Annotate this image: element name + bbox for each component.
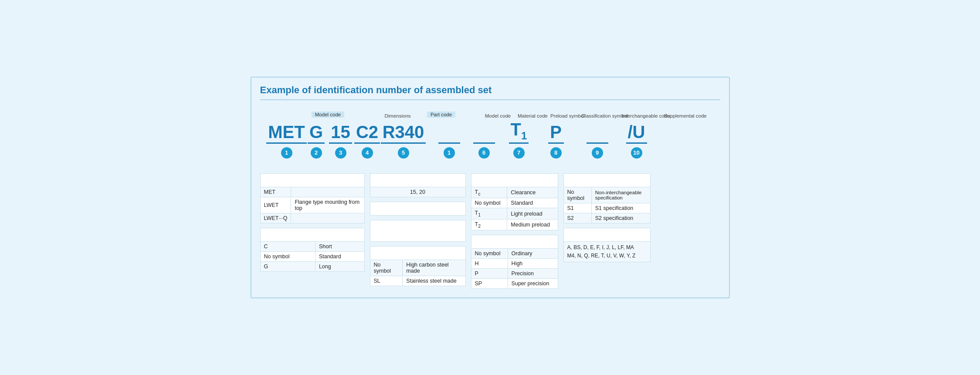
model-lwetq: LWET···Q: [260, 213, 291, 223]
acc-sp-desc: Super precision: [508, 279, 558, 289]
preload-tc: Tc: [471, 187, 507, 198]
table-size: ③ Size 15, 20: [370, 173, 466, 197]
inter-s2: S2: [563, 213, 591, 223]
col-right2: ⑨ Interchangeable No symbol Non-intercha…: [563, 173, 651, 262]
acc-nosymbol: No symbol: [471, 249, 508, 259]
preload-tc-desc: Clearance: [507, 187, 558, 198]
table-row: 15, 20: [370, 187, 465, 197]
slide-c: C: [260, 241, 315, 251]
table-special: ⑩ Special specification A, BS, D, E, F, …: [563, 228, 651, 262]
table-row: C Short: [260, 241, 364, 251]
code-blank2: 6: [467, 124, 502, 159]
mat-nosymbol-desc: High carbon steel made: [403, 260, 465, 276]
code-u: /U 10: [619, 122, 654, 159]
acc-sp: SP: [471, 279, 508, 289]
model-met-desc: [291, 187, 364, 197]
inter-nosymbol: No symbol: [563, 187, 591, 203]
slide-nosymbol: No symbol: [260, 251, 315, 261]
badge-1b: 1: [444, 147, 455, 159]
table-row: No symbol High carbon steel made: [370, 260, 465, 276]
badge-8: 8: [550, 147, 562, 159]
slide-nosymbol-desc: Standard: [315, 251, 364, 261]
code-15: 15 3: [331, 122, 351, 159]
circle-4: ④: [374, 204, 383, 213]
slide-g-desc: Long: [315, 261, 364, 271]
size-values: 15, 20: [370, 187, 465, 197]
badge-4: 4: [362, 147, 373, 159]
table-row: SL Stainless steel made: [370, 276, 465, 286]
table-row: T2 Medium preload: [471, 219, 558, 230]
tables-section: ① ① Model MET LWET Flange type mounting …: [260, 173, 720, 289]
mat-sl: SL: [370, 276, 403, 286]
table-row: G Long: [260, 261, 364, 271]
circle-2: ②: [264, 230, 273, 239]
table-row: LWET Flange type mounting from top: [260, 197, 364, 213]
dimensions-label: Dimensions: [383, 113, 412, 118]
slide-g: G: [260, 261, 315, 271]
table-num-slide-header: ④ Number of slide unit（2）: [370, 202, 465, 215]
preload-t2: T2: [471, 219, 507, 230]
acc-h-desc: High: [508, 259, 558, 269]
code-c2: C2 4: [355, 122, 380, 159]
table-preload-header: ⑦ Preload amount: [471, 173, 558, 187]
acc-h: H: [471, 259, 508, 269]
table-preload: ⑦ Preload amount Tc Clearance No symbol …: [471, 173, 558, 231]
code-p-value: P: [548, 122, 564, 144]
acc-nosymbol-desc: Ordinary: [508, 249, 558, 259]
special-note: A, BS, D, E, F, I, J, L, LF, MAM4, N, Q,…: [563, 241, 650, 262]
diagram-section: Model code Dimensions Part code Model co…: [260, 107, 720, 165]
col-right1: ⑦ Preload amount Tc Clearance No symbol …: [471, 173, 558, 289]
col-mid: ③ Size 15, 20 ④ Number of slide unit（2）: [370, 173, 466, 286]
model-lwet-desc: Flange type mounting from top: [291, 197, 364, 213]
badge-7: 7: [513, 147, 525, 159]
table-row: H High: [471, 259, 558, 269]
table-special-header: ⑩ Special specification: [563, 228, 650, 241]
page-title: Example of identification number of asse…: [260, 84, 720, 100]
model-lwet: LWET: [260, 197, 291, 213]
material-code-label: Material code: [516, 113, 549, 118]
circle-5: ⑤: [374, 223, 383, 231]
model-code-label2: Model code: [483, 113, 512, 118]
table-row: No symbol Ordinary: [471, 249, 558, 259]
inter-s1-desc: S1 specification: [591, 203, 650, 213]
code-met-value: MET: [266, 122, 306, 144]
preload-nosymbol-desc: Standard: [507, 198, 558, 208]
badge-2: 2: [311, 147, 322, 159]
code-t1-value: T1: [509, 120, 529, 144]
code-g-value: G: [308, 122, 325, 144]
code-u-value: /U: [626, 122, 647, 144]
acc-p-desc: Precision: [508, 269, 558, 279]
model-lwetq-desc: [291, 213, 364, 223]
table-row: MET: [260, 187, 364, 197]
table-interchangeable-header: ⑨ Interchangeable: [563, 173, 650, 187]
circle-9: ⑨: [567, 176, 576, 185]
part-code-label: Part code: [427, 111, 455, 118]
acc-p: P: [471, 269, 508, 279]
table-row: S1 S1 specification: [563, 203, 650, 213]
circle-6: ⑥: [374, 249, 383, 257]
inter-nosymbol-desc: Non-interchangeable specification: [591, 187, 650, 203]
mat-nosymbol: No symbol: [370, 260, 403, 276]
table-row: P Precision: [471, 269, 558, 279]
code-blank3: 9: [576, 124, 619, 159]
table-accuracy-header: ⑧ Accuracy class: [471, 235, 558, 249]
table-size-header: ③ Size: [370, 173, 465, 187]
table-material: ⑥ Material type No symbol High carbon st…: [370, 246, 466, 286]
circle-1: ①: [264, 176, 273, 185]
circle-10: ⑩: [567, 230, 576, 239]
code-r340: R340 5: [384, 122, 423, 159]
badge-9: 9: [592, 147, 603, 159]
table-interchangeable: ⑨ Interchangeable No symbol Non-intercha…: [563, 173, 651, 223]
badge-6: 6: [478, 147, 490, 159]
code-blank1: 1: [432, 124, 467, 159]
badge-5: 5: [398, 147, 409, 159]
table-row: T1 Light preload: [471, 208, 558, 220]
table-row: A, BS, D, E, F, I, J, L, LF, MAM4, N, Q,…: [563, 241, 650, 262]
code-t1: T1 7: [502, 120, 536, 159]
model-met: MET: [260, 187, 291, 197]
circle-3: ③: [374, 176, 383, 185]
table-row: No symbol Standard: [260, 251, 364, 261]
table-accuracy: ⑧ Accuracy class No symbol Ordinary H Hi…: [471, 235, 558, 289]
code-c2-value: C2: [354, 122, 380, 144]
preload-t1-desc: Light preload: [507, 208, 558, 220]
